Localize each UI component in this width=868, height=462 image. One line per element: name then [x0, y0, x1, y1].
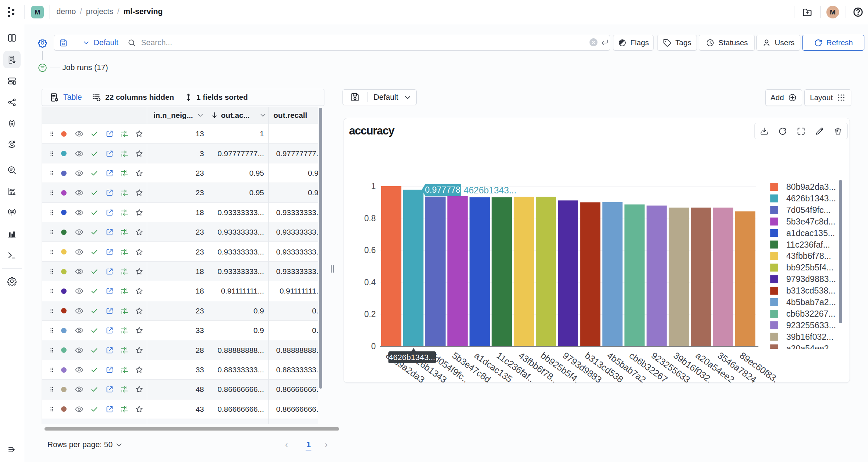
svg-text:0.977778: 0.977778: [425, 185, 460, 194]
svg-text:7d054f9fc...: 7d054f9fc...: [786, 205, 831, 215]
svg-text:43fbb6f78...: 43fbb6f78...: [786, 251, 831, 261]
svg-text:11c236faf...: 11c236faf...: [786, 240, 830, 249]
svg-text:5b3e47c8d...: 5b3e47c8d...: [786, 217, 835, 226]
svg-text:80b9a2da3...: 80b9a2da3...: [786, 182, 836, 192]
svg-text:bb925b5f4...: bb925b5f4...: [786, 263, 834, 272]
svg-text:4626b1343...: 4626b1343...: [464, 185, 516, 195]
svg-text:4626b1343...: 4626b1343...: [786, 194, 836, 203]
svg-text:0.2: 0.2: [364, 309, 376, 319]
svg-text:39b16f032...: 39b16f032...: [786, 332, 834, 342]
svg-text:9793d9883...: 9793d9883...: [786, 274, 836, 284]
svg-text:a1dcac135...: a1dcac135...: [786, 228, 835, 238]
svg-text:a20a54ee2...: a20a54ee2...: [786, 344, 836, 353]
svg-text:0.6: 0.6: [364, 245, 376, 255]
svg-text:4626b1343...: 4626b1343...: [389, 353, 435, 362]
svg-text:0: 0: [371, 342, 376, 351]
svg-text:923255633...: 923255633...: [786, 321, 836, 330]
svg-text:0.8: 0.8: [364, 214, 376, 223]
svg-text:1: 1: [371, 181, 376, 191]
svg-text:0.4: 0.4: [364, 278, 376, 287]
svg-text:b313cd538...: b313cd538...: [786, 286, 835, 295]
svg-text:cb6b32267...: cb6b32267...: [786, 309, 835, 318]
svg-text:4b5bab7a2...: 4b5bab7a2...: [786, 298, 836, 307]
